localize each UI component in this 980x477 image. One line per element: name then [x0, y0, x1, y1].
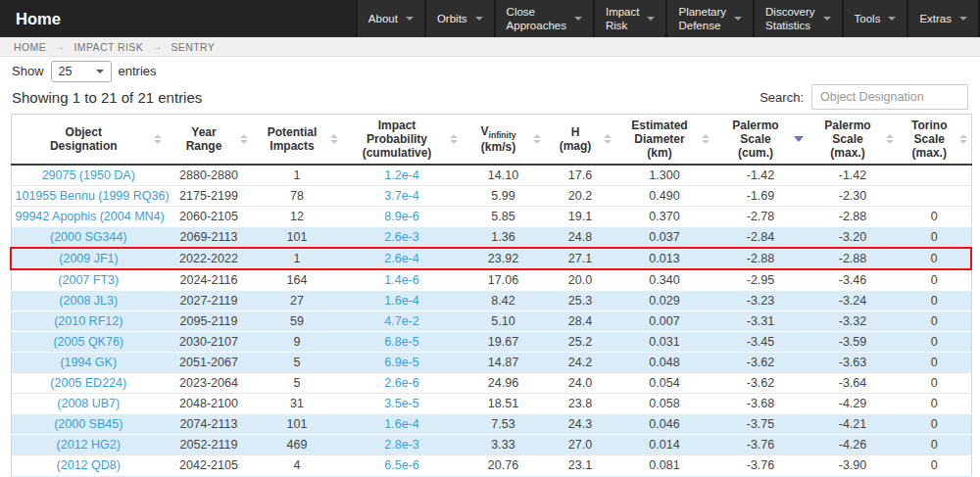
column-header-probability[interactable]: ImpactProbability(cumulative)	[342, 115, 462, 166]
column-header-designation[interactable]: ObjectDesignation	[11, 115, 166, 166]
probability-link[interactable]: 2.6e-3	[384, 230, 418, 244]
table-row: (2010 RF12)2095-2119594.7e-25.1028.40.00…	[11, 311, 971, 332]
designation-link[interactable]: 29075 (1950 DA)	[42, 168, 135, 182]
probability-link[interactable]: 3.5e-5	[384, 397, 418, 410]
cell-h: 23.1	[545, 455, 615, 476]
probability-link[interactable]: 2.8e-3	[384, 438, 418, 452]
probability-link[interactable]: 1.2e-4	[384, 168, 418, 182]
cell-palermo_cum: -2.88	[713, 248, 808, 269]
table-row: (2000 SG344)2069-21131012.6e-31.3624.80.…	[11, 227, 971, 249]
breadcrumb-item-home[interactable]: HOME	[14, 41, 46, 53]
designation-link[interactable]: (2012 QD8)	[57, 458, 121, 472]
nav-item-extras[interactable]: Extras	[906, 0, 980, 37]
breadcrumb-separator-icon: →	[152, 41, 162, 52]
cell-torino_max: 0	[898, 332, 971, 353]
cell-year_range: 2095-2119	[166, 311, 252, 332]
nav-item-about[interactable]: About	[356, 0, 424, 37]
cell-palermo_cum: -1.42	[713, 165, 808, 186]
cell-torino_max: 0	[898, 227, 971, 249]
designation-link[interactable]: (2012 HG2)	[57, 438, 121, 452]
nav-menu: AboutOrbitsCloseApproachesImpactRiskPlan…	[356, 0, 980, 37]
table-row: 99942 Apophis (2004 MN4)2060-2105128.9e-…	[11, 207, 971, 227]
cell-designation: (2012 HG2)	[11, 435, 166, 455]
show-label: Show	[12, 64, 44, 78]
designation-link[interactable]: (2008 JL3)	[59, 294, 118, 308]
designation-link[interactable]: (1994 GK)	[60, 356, 117, 369]
cell-probability: 4.7e-2	[342, 311, 462, 332]
designation-link[interactable]: 99942 Apophis (2004 MN4)	[16, 210, 165, 223]
cell-v_inf: 8.42	[462, 291, 545, 311]
cell-torino_max	[898, 165, 971, 186]
cell-impacts: 59	[252, 311, 342, 332]
chevron-down-icon	[574, 17, 582, 21]
designation-link[interactable]: (2005 QK76)	[53, 335, 123, 349]
page-size-select[interactable]: 25	[51, 61, 112, 82]
table-row: (1994 GK)2051-206756.9e-514.8724.20.048-…	[11, 353, 971, 373]
column-header-palermo_cum[interactable]: PalermoScale(cum.)	[713, 115, 808, 166]
nav-item-planetary-defense[interactable]: PlanetaryDefense	[665, 0, 753, 37]
sort-both-icon	[533, 134, 541, 144]
probability-link[interactable]: 1.6e-4	[384, 417, 418, 431]
cell-diameter: 0.054	[615, 373, 713, 394]
cell-probability: 8.9e-6	[342, 207, 462, 227]
sort-both-icon	[330, 134, 338, 144]
designation-link[interactable]: (2008 UB7)	[57, 397, 120, 410]
nav-item-impact-risk[interactable]: ImpactRisk	[593, 0, 666, 37]
search-input[interactable]	[811, 84, 968, 110]
chevron-down-icon	[959, 17, 967, 21]
probability-link[interactable]: 6.9e-5	[384, 356, 418, 369]
cell-palermo_cum: -3.31	[713, 311, 808, 332]
cell-designation: (2000 SB45)	[11, 414, 166, 435]
cell-palermo_cum: -3.45	[713, 332, 808, 353]
brand-home-link[interactable]: Home	[0, 0, 76, 37]
cell-palermo_cum: -1.69	[713, 186, 808, 207]
cell-impacts: 164	[252, 269, 342, 291]
probability-link[interactable]: 6.5e-6	[384, 458, 418, 472]
cell-year_range: 2023-2064	[166, 373, 252, 394]
cell-impacts: 101	[252, 414, 342, 435]
column-header-palermo_max[interactable]: PalermoScale(max.)	[808, 115, 898, 166]
probability-link[interactable]: 8.9e-6	[384, 210, 418, 223]
nav-item-discovery-statistics[interactable]: DiscoveryStatistics	[753, 0, 841, 37]
cell-palermo_cum: -3.76	[713, 455, 808, 476]
nav-item-tools[interactable]: Tools	[842, 0, 907, 37]
nav-item-close-approaches[interactable]: CloseApproaches	[494, 0, 593, 37]
cell-probability: 1.2e-4	[342, 165, 462, 186]
probability-link[interactable]: 6.8e-5	[384, 335, 418, 349]
designation-link[interactable]: (2009 JF1)	[59, 252, 118, 265]
column-header-year_range[interactable]: YearRange	[166, 115, 252, 166]
designation-link[interactable]: (2000 SB45)	[54, 417, 122, 431]
probability-link[interactable]: 2.6e-6	[384, 376, 418, 390]
probability-link[interactable]: 2.6e-4	[384, 252, 418, 265]
cell-designation: 101955 Bennu (1999 RQ36)	[11, 186, 166, 207]
probability-link[interactable]: 4.7e-2	[384, 314, 418, 328]
probability-link[interactable]: 1.4e-6	[384, 273, 418, 287]
nav-item-orbits[interactable]: Orbits	[424, 0, 494, 37]
probability-link[interactable]: 3.7e-4	[384, 189, 418, 203]
cell-torino_max: 0	[898, 248, 971, 269]
designation-link[interactable]: (2010 RF12)	[54, 314, 122, 328]
column-header-torino_max[interactable]: TorinoScale(max.)	[898, 115, 971, 166]
designation-link[interactable]: (2007 FT3)	[58, 273, 119, 287]
column-header-diameter[interactable]: EstimatedDiameter(km)	[615, 115, 713, 166]
chevron-down-icon	[823, 17, 831, 21]
chevron-down-icon	[888, 17, 896, 21]
cell-v_inf: 20.76	[462, 455, 545, 476]
cell-torino_max: 0	[898, 269, 971, 291]
column-header-impacts[interactable]: PotentialImpacts	[252, 115, 342, 166]
table-row: 101955 Bennu (1999 RQ36)2175-2199783.7e-…	[11, 186, 971, 207]
column-header-h[interactable]: H(mag)	[545, 115, 615, 166]
cell-h: 28.4	[545, 311, 615, 332]
probability-link[interactable]: 1.6e-4	[384, 294, 418, 308]
breadcrumb-item-impact-risk[interactable]: IMPACT RISK	[74, 41, 144, 53]
column-header-v_inf[interactable]: Vinfinity(km/s)	[462, 115, 545, 166]
cell-torino_max: 0	[898, 373, 971, 394]
designation-link[interactable]: (2005 ED224)	[50, 376, 126, 390]
cell-diameter: 0.340	[615, 269, 713, 291]
cell-v_inf: 19.67	[462, 332, 545, 353]
breadcrumb-item-sentry[interactable]: SENTRY	[171, 41, 215, 53]
table-info-row: Showing 1 to 21 of 21 entries Search:	[0, 82, 980, 112]
nav-item-label: PlanetaryDefense	[678, 5, 726, 33]
designation-link[interactable]: (2000 SG344)	[50, 230, 127, 244]
designation-link[interactable]: 101955 Bennu (1999 RQ36)	[16, 189, 170, 203]
